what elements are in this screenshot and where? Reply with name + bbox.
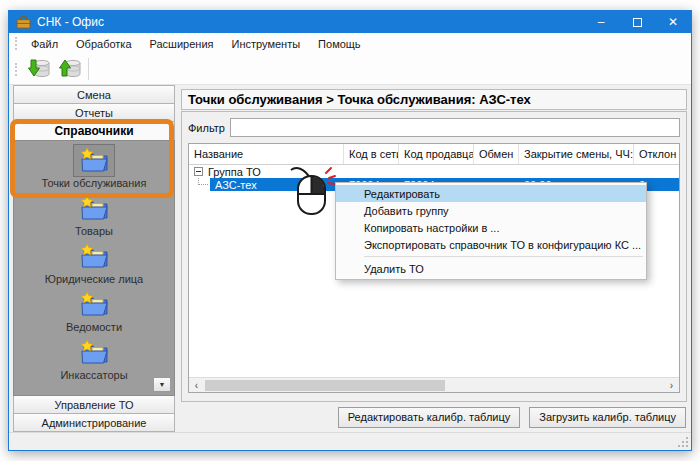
database-download-icon <box>26 57 50 81</box>
horizontal-scrollbar[interactable]: ‹ › <box>189 377 679 392</box>
mouse-right-click-illustration <box>289 161 339 225</box>
maximize-button[interactable] <box>619 11 655 33</box>
close-button[interactable]: ✕ <box>655 11 691 33</box>
folder-star-icon <box>73 336 115 369</box>
sidebar-item-legal-entities[interactable]: Юридические лица <box>14 240 174 288</box>
context-menu-item-copy-settings[interactable]: Копировать настройки в ... <box>336 219 646 236</box>
sidebar-item-goods[interactable]: Товары <box>14 192 174 240</box>
context-menu-separator <box>364 256 643 257</box>
sidebar: Смена Отчеты Справочники Точки обслужива… <box>13 85 175 432</box>
sidebar-item-smena[interactable]: Смена <box>13 85 175 104</box>
context-menu-item-delete[interactable]: Удалить ТО <box>336 260 646 277</box>
window-title: СНК - Офис <box>37 15 104 29</box>
sidebar-item-upravlenie-to[interactable]: Управление ТО <box>13 395 175 414</box>
menu-bar: Файл Обработка Расширения Инструменты По… <box>9 33 691 54</box>
title-bar: СНК - Офис – ✕ <box>9 11 691 33</box>
table-header-row: Название Код в сети Код продавца Обмен З… <box>189 144 679 165</box>
sidebar-scroll-down-button[interactable]: ▼ <box>153 377 171 392</box>
scroll-left-icon[interactable]: ‹ <box>189 378 204 393</box>
sidebar-item-label: Ведомости <box>66 321 122 333</box>
status-bar <box>9 432 691 450</box>
menu-help[interactable]: Помощь <box>309 33 370 54</box>
collapse-icon[interactable] <box>194 167 203 176</box>
database-upload-icon <box>57 57 81 81</box>
menu-tools[interactable]: Инструменты <box>223 33 310 54</box>
filter-label: Фильтр <box>188 122 225 134</box>
sidebar-item-label: Инкассаторы <box>60 369 127 381</box>
sidebar-icon-panel: Точки обслуживания Товары <box>13 140 175 396</box>
toolstrip-gripper <box>15 37 17 50</box>
scroll-right-icon[interactable]: › <box>664 378 679 393</box>
database-download-button[interactable] <box>23 56 52 83</box>
menu-extensions[interactable]: Расширения <box>141 33 223 54</box>
sidebar-item-inkassatory[interactable]: Инкассаторы <box>14 336 174 384</box>
menu-processing[interactable]: Обработка <box>67 33 140 54</box>
context-menu: Редактировать Добавить группу Копировать… <box>335 182 647 280</box>
load-calibration-table-button[interactable]: Загрузить калибр. таблицу <box>529 407 686 428</box>
column-header-shift-close[interactable]: Закрытие смены, ЧЧ:М... <box>519 144 634 164</box>
group-label: Группа ТО <box>208 166 261 178</box>
sidebar-item-service-points[interactable]: Точки обслуживания <box>14 144 174 192</box>
tool-bar <box>9 54 691 85</box>
column-header-deviation[interactable]: Отклон <box>634 144 679 164</box>
mouse-icon <box>289 161 339 221</box>
context-menu-item-export[interactable]: Экспортировать справочник ТО в конфигура… <box>336 236 646 253</box>
footer-buttons: Редактировать калибр. таблицу Загрузить … <box>181 402 687 432</box>
sidebar-item-administrirovanie[interactable]: Администрирование <box>13 413 175 432</box>
chevron-down-icon: ▼ <box>159 381 166 388</box>
briefcase-app-icon <box>16 16 31 29</box>
sidebar-item-label: Точки обслуживания <box>42 177 147 189</box>
column-header-exchange[interactable]: Обмен <box>474 144 519 164</box>
scrollbar-thumb[interactable] <box>205 380 445 391</box>
minimize-button[interactable]: – <box>583 11 619 33</box>
folder-star-icon <box>73 144 115 177</box>
context-menu-item-edit[interactable]: Редактировать <box>336 185 646 202</box>
context-menu-item-add-group[interactable]: Добавить группу <box>336 202 646 219</box>
sidebar-item-label: Товары <box>75 225 113 237</box>
database-upload-button[interactable] <box>54 56 83 83</box>
sidebar-item-otchety[interactable]: Отчеты <box>13 103 175 122</box>
tree-connector <box>189 178 210 191</box>
maximize-icon <box>633 18 642 27</box>
column-header-seller-code[interactable]: Код продавца <box>399 144 474 164</box>
filter-input[interactable] <box>230 118 680 137</box>
menu-file[interactable]: Файл <box>22 33 67 54</box>
edit-calibration-table-button[interactable]: Редактировать калибр. таблицу <box>338 407 521 428</box>
column-header-net-code[interactable]: Код в сети <box>344 144 399 164</box>
sidebar-item-label: Юридические лица <box>45 273 143 285</box>
folder-star-icon <box>73 288 115 321</box>
window-controls: – ✕ <box>583 11 691 33</box>
toolstrip-gripper <box>15 63 17 76</box>
folder-star-icon <box>73 192 115 225</box>
folder-star-icon <box>73 240 115 273</box>
resize-grip-icon[interactable] <box>678 437 689 448</box>
tree-group-row[interactable]: Группа ТО <box>189 165 679 178</box>
breadcrumb: Точки обслуживания > Точка обслуживания:… <box>181 89 687 110</box>
sidebar-section-spravochniki[interactable]: Справочники <box>13 121 175 141</box>
app-window: СНК - Офис – ✕ Файл Обработка Расширения… <box>8 10 692 451</box>
filter-row: Фильтр <box>188 118 680 137</box>
sidebar-item-vedomosti[interactable]: Ведомости <box>14 288 174 336</box>
toolbar-separator <box>88 58 89 80</box>
